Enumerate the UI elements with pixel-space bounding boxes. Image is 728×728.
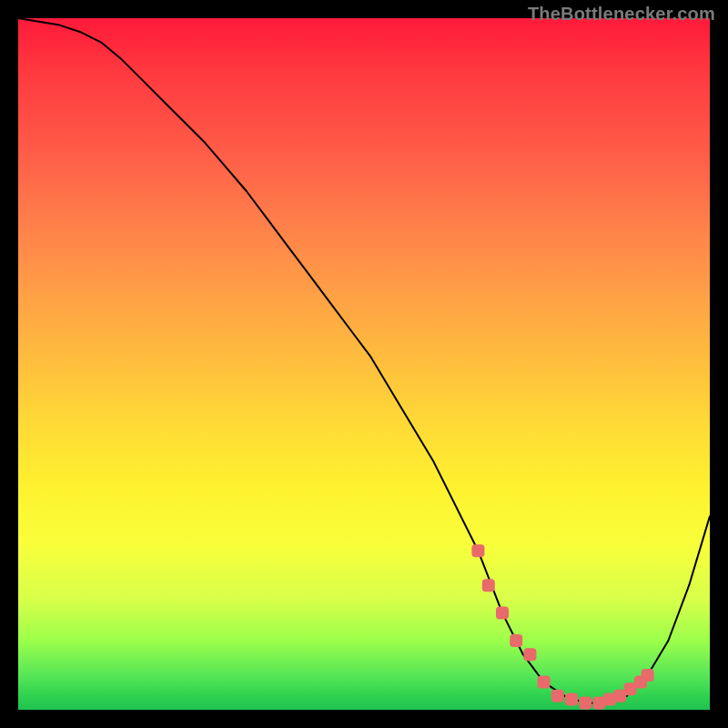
highlight-marker: [471, 544, 484, 557]
highlight-marker: [482, 579, 495, 592]
plot-background: [18, 18, 710, 710]
highlight-marker: [579, 696, 592, 709]
highlight-markers: [471, 544, 653, 709]
highlight-marker: [496, 607, 509, 620]
highlight-marker: [538, 676, 551, 689]
highlight-marker: [565, 693, 578, 706]
watermark-label: TheBottlenecker.com: [528, 4, 715, 25]
highlight-marker: [510, 634, 522, 647]
highlight-marker: [523, 648, 536, 661]
bottleneck-curve: [18, 18, 710, 703]
highlight-marker: [642, 669, 654, 682]
chart-svg: [18, 18, 710, 710]
highlight-marker: [551, 690, 564, 703]
chart-container: TheBottlenecker.com: [0, 0, 728, 728]
